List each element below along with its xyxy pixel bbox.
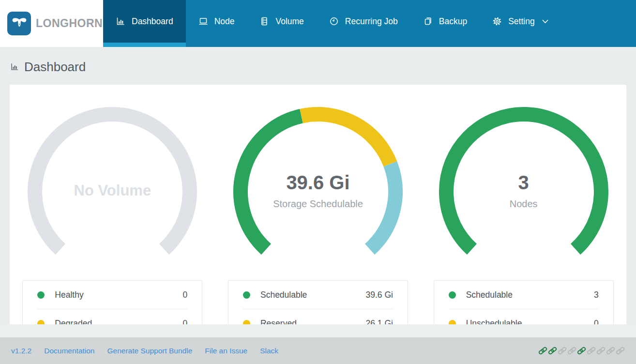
tab-label: Setting (508, 16, 534, 27)
legend-item-schedulable-storage: Schedulable 39.6 Gi (228, 281, 408, 309)
tab-label: Dashboard (132, 16, 173, 27)
storage-legend-card: Schedulable 39.6 Gi Reserved 26.1 Gi (228, 280, 408, 324)
dashboard-card: No Volume 39.6 Gi Storage Schedulable (10, 85, 626, 324)
node-legend-card: Schedulable 3 Unschedulable 0 (434, 280, 614, 324)
footer-spacer (0, 324, 636, 337)
chevron-down-icon (542, 19, 548, 24)
tab-setting[interactable]: Setting (480, 0, 560, 47)
chain-link-icon (548, 346, 557, 355)
backup-icon (423, 16, 433, 26)
node-icon (198, 16, 208, 26)
legend-item-healthy: Healthy 0 (23, 281, 202, 309)
tab-label: Recurring Job (345, 16, 398, 27)
setting-icon (492, 16, 502, 26)
page-title: Dashboard (10, 59, 636, 75)
tab-recurring-job[interactable]: Recurring Job (317, 0, 410, 47)
storage-gauge-column: 39.6 Gi Storage Schedulable (215, 85, 421, 273)
generate-support-bundle-link[interactable]: Generate Support Bundle (107, 347, 193, 355)
main-content: Dashboard No Volume (0, 47, 636, 324)
volume-legend-card: Healthy 0 Degraded 0 (22, 280, 202, 324)
node-gauge-chart[interactable] (421, 101, 626, 273)
brand-logo[interactable]: LONGHORN (0, 0, 103, 47)
tab-backup[interactable]: Backup (410, 0, 480, 47)
chain-link-icon (577, 346, 586, 355)
recurring-job-icon (329, 16, 339, 26)
file-an-issue-link[interactable]: File an Issue (205, 347, 247, 355)
tab-label: Node (214, 16, 235, 27)
longhorn-bull-icon (7, 12, 31, 35)
storage-gauge-chart[interactable] (215, 101, 421, 273)
page-title-text: Dashboard (24, 60, 86, 75)
longhorn-app: LONGHORN Dashboard Node (0, 0, 636, 364)
dashboard-icon (116, 16, 125, 26)
tab-dashboard[interactable]: Dashboard (103, 0, 186, 47)
volume-gauge-chart[interactable] (10, 101, 215, 273)
legend-row: Healthy 0 Degraded 0 (10, 280, 626, 324)
status-dot (449, 291, 456, 299)
top-navbar: LONGHORN Dashboard Node (0, 0, 636, 47)
status-dot (37, 291, 45, 299)
gauge-row: No Volume 39.6 Gi Storage Schedulable (10, 85, 626, 273)
legend-item-unschedulable: Unschedulable 0 (434, 309, 613, 324)
volume-gauge-column: No Volume (10, 85, 215, 273)
documentation-link[interactable]: Documentation (44, 347, 94, 355)
status-dot (37, 320, 45, 325)
tab-node[interactable]: Node (186, 0, 247, 47)
footer: v1.2.2 Documentation Generate Support Bu… (0, 337, 636, 364)
chain-link-icon (616, 346, 625, 355)
tab-label: Backup (439, 16, 467, 27)
legend-item-reserved: Reserved 26.1 Gi (228, 309, 408, 324)
legend-item-schedulable-nodes: Schedulable 3 (434, 281, 613, 309)
tab-volume[interactable]: Volume (247, 0, 316, 47)
chain-link-icon (596, 346, 606, 355)
legend-item-degraded: Degraded 0 (23, 309, 202, 324)
chain-link-icon (567, 346, 576, 355)
version-label: v1.2.2 (11, 347, 31, 355)
chain-link-icon (587, 346, 596, 355)
footer-links: v1.2.2 Documentation Generate Support Bu… (11, 347, 278, 355)
brand-name: LONGHORN (36, 17, 103, 30)
status-dot (449, 320, 456, 325)
chain-link-icon (538, 346, 547, 355)
volume-icon (259, 16, 269, 26)
nav-tabs: Dashboard Node Volume (103, 0, 636, 47)
chain-link-icon (558, 346, 567, 355)
status-dot (243, 320, 250, 325)
status-dot (243, 291, 250, 299)
tab-label: Volume (275, 16, 303, 27)
chain-icons (538, 346, 625, 355)
slack-link[interactable]: Slack (260, 347, 278, 355)
node-gauge-column: 3 Nodes (421, 85, 626, 273)
dashboard-title-icon (10, 62, 19, 71)
chain-link-icon (606, 346, 615, 355)
